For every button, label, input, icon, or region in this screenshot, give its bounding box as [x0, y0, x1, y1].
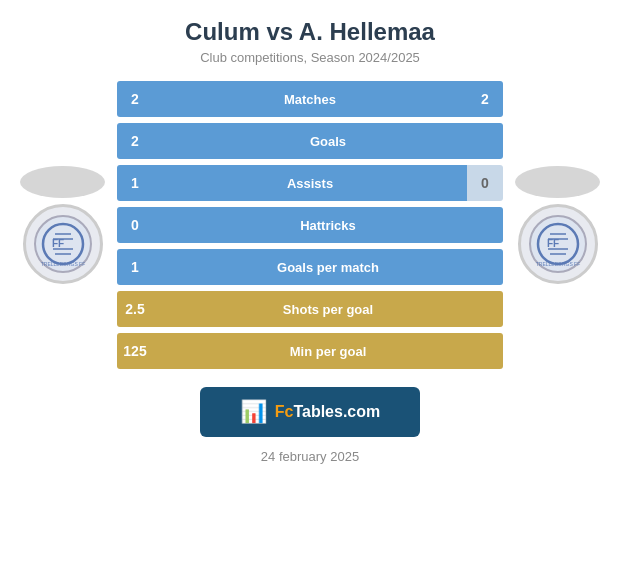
svg-text:TRELLEBORGS FF: TRELLEBORGS FF: [40, 261, 84, 267]
footer-date: 24 february 2025: [261, 449, 359, 464]
stat-row-matches: 2 Matches 2: [117, 81, 503, 117]
stat-label-assists: Assists: [153, 165, 467, 201]
stat-row-shots-per-goal: 2.5 Shots per goal: [117, 291, 503, 327]
page-wrapper: Culum vs A. Hellemaa Club competitions, …: [0, 0, 620, 580]
main-content: FF TRELLEBORGS FF 2 Matches 2 2 Goals: [0, 71, 620, 369]
stat-label-shots-per-goal: Shots per goal: [153, 291, 503, 327]
stat-label-goals: Goals: [153, 123, 503, 159]
stat-row-hattricks: 0 Hattricks: [117, 207, 503, 243]
stat-label-min-per-goal: Min per goal: [153, 333, 503, 369]
stat-left-assists: 1: [117, 165, 153, 201]
stat-label-hattricks: Hattricks: [153, 207, 503, 243]
header: Culum vs A. Hellemaa Club competitions, …: [165, 0, 455, 71]
fctables-banner[interactable]: 📊 FcTables.com: [200, 387, 420, 437]
fctables-icon: 📊: [240, 399, 267, 425]
stat-label-goals-per-match: Goals per match: [153, 249, 503, 285]
left-team-logo: FF TRELLEBORGS FF: [23, 204, 103, 284]
left-team-area: FF TRELLEBORGS FF: [20, 166, 105, 284]
stat-left-min-per-goal: 125: [117, 333, 153, 369]
svg-text:FF: FF: [547, 238, 559, 249]
fctables-text: FcTables.com: [275, 403, 381, 421]
right-top-ellipse: [515, 166, 600, 198]
stat-row-goals: 2 Goals: [117, 123, 503, 159]
stat-row-min-per-goal: 125 Min per goal: [117, 333, 503, 369]
stat-row-goals-per-match: 1 Goals per match: [117, 249, 503, 285]
stat-right-matches: 2: [467, 81, 503, 117]
svg-text:TRELLEBORGS FF: TRELLEBORGS FF: [535, 261, 579, 267]
right-team-area: FF TRELLEBORGS FF: [515, 166, 600, 284]
page-title: Culum vs A. Hellemaa: [185, 18, 435, 46]
stat-left-hattricks: 0: [117, 207, 153, 243]
stat-row-assists: 1 Assists 0: [117, 165, 503, 201]
stat-right-assists: 0: [467, 165, 503, 201]
stat-left-goals: 2: [117, 123, 153, 159]
stat-left-goals-per-match: 1: [117, 249, 153, 285]
right-team-logo: FF TRELLEBORGS FF: [518, 204, 598, 284]
stats-container: 2 Matches 2 2 Goals 1 Assists 0 0: [117, 81, 503, 369]
stat-left-shots-per-goal: 2.5: [117, 291, 153, 327]
page-subtitle: Club competitions, Season 2024/2025: [185, 50, 435, 65]
stat-left-matches: 2: [117, 81, 153, 117]
assists-bar-container: Assists 0: [153, 165, 503, 201]
stat-label-matches: Matches: [153, 81, 467, 117]
svg-text:FF: FF: [52, 238, 64, 249]
left-top-ellipse: [20, 166, 105, 198]
